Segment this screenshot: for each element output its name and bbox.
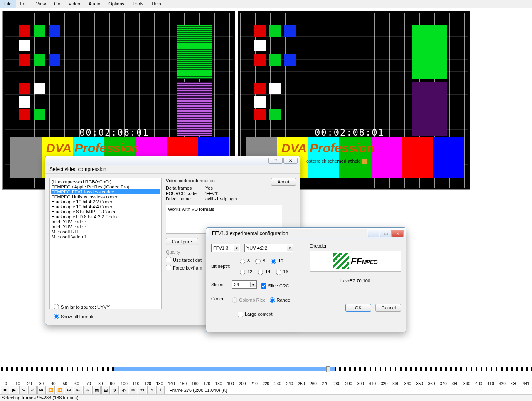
menu-tools[interactable]: Tools	[128, 0, 148, 8]
delta-frames-value: Yes	[205, 186, 296, 191]
coder-range-label: Range	[277, 297, 290, 302]
transport-button[interactable]: ↙	[28, 386, 37, 394]
bit-depth-16-radio[interactable]	[276, 270, 281, 275]
quality-label: Quality	[166, 250, 191, 255]
bit-depth-16-label: 16	[283, 269, 288, 274]
transport-button[interactable]: ⬒	[92, 386, 101, 394]
bit-depth-10-radio[interactable]	[271, 259, 276, 264]
menu-file[interactable]: File	[0, 0, 16, 8]
codec-item[interactable]: FFMPEG Huffyuv lossless codec	[51, 194, 160, 199]
codec-item[interactable]: FFMPEG / Apple ProRes (iCodec Pro)	[51, 184, 160, 189]
codec-item[interactable]: FFMPEG FFV1 lossless codec	[51, 189, 160, 194]
transport-button[interactable]: ⇤	[74, 386, 82, 394]
transport-button[interactable]: ⬗	[111, 386, 119, 394]
coder-golomb-label: Golomb Rice	[239, 297, 266, 302]
ok-button[interactable]: OK	[345, 304, 371, 312]
target-datarate-label: Use target dat	[173, 257, 202, 262]
bit-depth-12-radio[interactable]	[240, 270, 245, 275]
transport-toolbar: ⏹▶↘↙⏮⏪⏩⏭⇤⇥⬒⬓⬗⬖✂⟲⟳⤓Frame 276 (0:00:11.040…	[0, 386, 532, 395]
frame-readout: Frame 276 (0:00:11.040) [K]	[170, 388, 227, 393]
codec-item[interactable]: (Uncompressed RGB/YCbCr)	[51, 179, 160, 184]
driver-label: Driver name	[166, 196, 205, 201]
transport-button[interactable]: ⬓	[101, 386, 110, 394]
banner-text: DVA Profession	[281, 141, 374, 155]
close-button[interactable]: ✕	[392, 230, 404, 237]
target-datarate-checkbox[interactable]	[166, 257, 171, 262]
ffv1-version-select[interactable]: FFV1.3▾	[211, 244, 240, 252]
similar-source-radio[interactable]	[54, 304, 59, 309]
coder-range-radio[interactable]	[270, 297, 275, 303]
minimize-button[interactable]: —	[368, 230, 379, 237]
dialog-title: FFV1.3 experimental configuration	[209, 229, 367, 238]
fourcc-value: 'FFV1'	[205, 191, 296, 196]
menu-video[interactable]: Video	[64, 0, 84, 8]
bit-depth-9-label: 9	[263, 258, 265, 263]
codec-item[interactable]: Intel IYUV codec	[51, 224, 160, 229]
ffmpeg-icon	[333, 253, 349, 269]
dialog-titlebar: . ? ✕	[45, 156, 300, 165]
transport-button[interactable]: ⤓	[156, 386, 165, 394]
transport-button[interactable]: ⟳	[147, 386, 155, 394]
transport-button[interactable]: ⟲	[138, 386, 146, 394]
bit-depth-14-radio[interactable]	[258, 270, 263, 275]
timeline[interactable]: 0102030405060708090100110120130140150160…	[0, 366, 532, 386]
timeline-playhead[interactable]	[326, 366, 330, 372]
chevron-down-icon: ▾	[250, 282, 256, 287]
transport-button[interactable]: ▶	[10, 386, 18, 394]
about-button[interactable]: About	[271, 178, 296, 186]
coder-golomb-radio	[232, 297, 237, 303]
menu-options[interactable]: Options	[104, 0, 128, 8]
force-keyframes-checkbox[interactable]	[166, 265, 171, 270]
menu-view[interactable]: View	[32, 0, 50, 8]
delta-frames-label: Delta frames	[166, 186, 205, 191]
codec-item[interactable]: Intel IYUV codec	[51, 219, 160, 224]
bit-depth-12-label: 12	[247, 269, 252, 274]
similar-source-label: Similar to source: UYVY	[61, 304, 110, 309]
codec-item[interactable]: Blackmagic 10 bit 4:2:2 Codec	[51, 199, 160, 204]
transport-button[interactable]: ⏹	[1, 386, 9, 394]
transport-button[interactable]: ✂	[129, 386, 137, 394]
transport-button[interactable]: ⏩	[56, 386, 64, 394]
pixel-format-select[interactable]: YUV 4:2:2▾	[244, 244, 293, 252]
encoder-brand: FFMPEG	[351, 256, 377, 267]
menu-go[interactable]: Go	[50, 0, 64, 8]
show-all-formats-radio[interactable]	[54, 314, 59, 319]
menu-edit[interactable]: Edit	[16, 0, 32, 8]
transport-button[interactable]: ⏭	[65, 386, 73, 394]
codec-item[interactable]: Blackmagic HD 8 bit 4:2:2 Codec	[51, 214, 160, 219]
codec-item[interactable]: Microsoft RLE	[51, 229, 160, 234]
bit-depth-9-radio[interactable]	[255, 259, 261, 264]
subbanner: osterreichischemediathek	[306, 158, 367, 164]
slice-crc-checkbox[interactable]	[261, 283, 266, 289]
transport-button[interactable]: ⇥	[83, 386, 91, 394]
menubar: File Edit View Go Video Audio Options To…	[0, 0, 532, 8]
close-button[interactable]: ✕	[283, 158, 298, 164]
codec-item[interactable]: Blackmagic 8 bit MJPEG Codec	[51, 209, 160, 214]
large-context-checkbox[interactable]	[238, 312, 243, 317]
help-button[interactable]: ?	[268, 158, 283, 164]
menu-help[interactable]: Help	[148, 0, 165, 8]
status-bar: Selecting frames 95-283 (188 frames)	[0, 394, 532, 401]
codec-list[interactable]: (Uncompressed RGB/YCbCr)FFMPEG / Apple P…	[49, 178, 162, 309]
maximize-button[interactable]: ▭	[380, 230, 392, 237]
slices-label: Slices:	[211, 282, 228, 287]
driver-value: avlib-1.vdplugin	[205, 196, 296, 201]
transport-button[interactable]: ⏮	[37, 386, 46, 394]
transport-button[interactable]: ↘	[19, 386, 27, 394]
bit-depth-8-radio[interactable]	[240, 259, 245, 264]
timeline-selection[interactable]	[114, 367, 335, 371]
bit-depth-8-label: 8	[247, 258, 250, 263]
transport-button[interactable]: ⬖	[120, 386, 128, 394]
configure-button[interactable]: Configure	[166, 238, 198, 245]
encoder-logo: FFMPEG	[310, 251, 401, 272]
codec-item[interactable]: Blackmagic 10 bit 4:4:4 Codec	[51, 204, 160, 209]
codec-item[interactable]: Microsoft Video 1	[51, 234, 160, 239]
transport-button[interactable]: ⏪	[47, 386, 55, 394]
slice-crc-label: Slice CRC	[268, 283, 289, 288]
menu-audio[interactable]: Audio	[84, 0, 104, 8]
timecode: 00:02:08:01	[315, 127, 384, 138]
slices-select[interactable]: 24▾	[232, 280, 257, 289]
ffv1-config-dialog: FFV1.3 experimental configuration — ▭ ✕ …	[206, 227, 406, 332]
banner-text: DVA Profession	[46, 141, 139, 155]
cancel-button[interactable]: Cancel	[375, 304, 401, 312]
